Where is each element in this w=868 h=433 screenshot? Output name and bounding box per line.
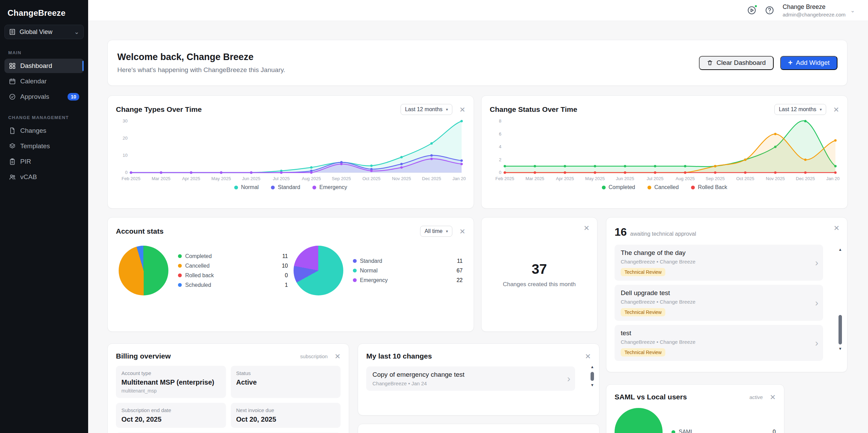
- sidebar-item-calendar[interactable]: Calendar: [4, 74, 84, 89]
- clear-dashboard-button[interactable]: Clear Dashboard: [699, 56, 774, 70]
- legend-value: 0: [773, 429, 776, 433]
- range-select-value: All time: [425, 228, 442, 234]
- scroll-down-icon[interactable]: ▼: [839, 347, 842, 351]
- billing-field: Status Active: [231, 366, 341, 398]
- scrollbar[interactable]: ▲ ▼: [837, 248, 843, 351]
- legend-label: Cancelled: [654, 184, 679, 190]
- list-item[interactable]: Dell upgrade test ChangeBreeze • Change …: [615, 285, 823, 321]
- scroll-down-icon[interactable]: ▼: [591, 383, 594, 387]
- legend-label: Cancelled: [185, 263, 210, 269]
- svg-text:Mar 2025: Mar 2025: [525, 176, 544, 181]
- svg-text:Oct 2025: Oct 2025: [736, 176, 754, 181]
- sidebar-item-pir[interactable]: PIR: [4, 154, 84, 169]
- billing-field: Subscription end date Oct 20, 2025: [116, 403, 226, 428]
- change-subtitle: ChangeBreeze • Change Breeze: [621, 299, 809, 305]
- type-pie-chart: [294, 246, 343, 295]
- clipboard-icon: [9, 158, 16, 165]
- close-widget-icon[interactable]: ✕: [585, 353, 591, 360]
- legend-label: SAML: [679, 429, 694, 433]
- range-select[interactable]: All time ▾: [420, 226, 452, 237]
- scrollbar-thumb[interactable]: [591, 372, 594, 381]
- awaiting-count: 16: [615, 226, 627, 238]
- legend-value: 10: [282, 263, 288, 269]
- close-widget-icon[interactable]: ✕: [334, 353, 341, 360]
- field-value: Multitenant MSP (enterprise): [121, 378, 221, 386]
- svg-text:Dec 2025: Dec 2025: [796, 176, 815, 181]
- scroll-up-icon[interactable]: ▲: [839, 248, 842, 251]
- whats-new-button[interactable]: [747, 5, 757, 15]
- svg-text:30: 30: [123, 118, 128, 124]
- user-email: admin@changebreeze.com: [783, 12, 846, 17]
- list-item[interactable]: test ChangeBreeze • Change Breeze Techni…: [615, 325, 823, 361]
- legend-value: 0: [285, 272, 288, 279]
- close-widget-icon[interactable]: ✕: [459, 228, 465, 235]
- clear-dashboard-label: Clear Dashboard: [716, 59, 766, 67]
- list-item[interactable]: Copy of emergency change test ChangeBree…: [366, 366, 575, 391]
- legend-item: Rolled back0: [178, 271, 288, 280]
- saml-pie-chart: [615, 408, 663, 433]
- legend-item: Standard: [271, 184, 300, 190]
- legend-dot: [234, 186, 238, 189]
- change-types-chart: 0102030Feb 2025Mar 2025Apr 2025May 2025J…: [116, 118, 465, 183]
- scrollbar-thumb[interactable]: [839, 315, 842, 344]
- field-value: Oct 20, 2025: [121, 416, 221, 423]
- legend-dot: [178, 264, 182, 268]
- workspace-label: Global View: [20, 28, 52, 36]
- legend-value: 22: [456, 277, 463, 283]
- svg-text:6: 6: [499, 131, 501, 137]
- legend-label: Standard: [360, 258, 382, 264]
- sidebar: ChangeBreeze Global View ⌄ MAIN Dashboar…: [0, 0, 88, 433]
- close-widget-icon[interactable]: ✕: [583, 224, 590, 232]
- sidebar-item-label: vCAB: [20, 173, 37, 181]
- svg-text:2: 2: [499, 157, 501, 162]
- widget-partial: 1: [358, 424, 599, 433]
- month-count-value: 37: [532, 261, 547, 277]
- list-item[interactable]: The change of the day ChangeBreeze • Cha…: [615, 245, 823, 281]
- legend-item: SAML 0: [671, 429, 776, 433]
- legend-label: Emergency: [360, 277, 388, 283]
- type-distribution: Standard11 Normal67 Emergency22: [291, 246, 466, 295]
- range-select[interactable]: Last 12 months ▾: [774, 104, 826, 115]
- legend-label: Completed: [609, 184, 635, 190]
- svg-text:Aug 2025: Aug 2025: [676, 176, 695, 181]
- approvals-count-badge: 10: [68, 93, 79, 101]
- widget-last-changes: My last 10 changes ✕ Copy of emergency c…: [358, 343, 599, 416]
- change-title: The change of the day: [621, 249, 809, 257]
- users-icon: [9, 174, 16, 180]
- legend-label: Scheduled: [185, 282, 211, 288]
- close-widget-icon[interactable]: ✕: [459, 106, 465, 113]
- legend-item: Rolled Back: [691, 184, 727, 190]
- legend-dot: [602, 186, 606, 189]
- widget-saml-users: SAML vs Local users active ✕ SAML 0: [606, 384, 784, 433]
- sidebar-item-changes[interactable]: Changes: [4, 124, 84, 138]
- sidebar-item-approvals[interactable]: Approvals 10: [4, 90, 84, 104]
- svg-text:10: 10: [123, 153, 128, 158]
- help-button[interactable]: [765, 5, 774, 15]
- legend-label: Normal: [241, 184, 259, 190]
- range-select[interactable]: Last 12 months ▾: [401, 104, 452, 115]
- legend-value: 11: [457, 258, 463, 264]
- close-widget-icon[interactable]: ✕: [833, 224, 840, 232]
- sidebar-item-templates[interactable]: Templates: [4, 139, 84, 153]
- add-widget-button[interactable]: + Add Widget: [780, 56, 837, 70]
- svg-text:0: 0: [499, 170, 501, 175]
- widget-change-types: Change Types Over Time Last 12 months ▾ …: [107, 95, 474, 209]
- field-label: Account type: [121, 370, 221, 376]
- change-title: Copy of emergency change test: [372, 371, 561, 378]
- chevron-down-icon: ▾: [820, 107, 822, 112]
- close-widget-icon[interactable]: ✕: [770, 394, 776, 401]
- check-circle-icon: [9, 93, 16, 100]
- widget-title: Change Status Over Time: [490, 105, 577, 114]
- user-menu[interactable]: Change Breeze admin@changebreeze.com ⌄: [783, 3, 855, 17]
- welcome-banner: Welcome back, Change Breeze Here's what'…: [107, 40, 847, 86]
- scrollbar[interactable]: ▲ ▼: [590, 365, 595, 387]
- widget-title: Change Types Over Time: [116, 105, 202, 114]
- legend-label: Completed: [185, 253, 212, 259]
- close-widget-icon[interactable]: ✕: [833, 106, 839, 113]
- sidebar-item-vcab[interactable]: vCAB: [4, 170, 84, 184]
- sidebar-item-dashboard[interactable]: Dashboard: [4, 59, 84, 73]
- workspace-switcher[interactable]: Global View ⌄: [4, 25, 84, 39]
- status-legend: Completed11 Cancelled10 Rolled back0 Sch…: [178, 251, 288, 290]
- legend-item: Standard11: [353, 256, 463, 266]
- scroll-up-icon[interactable]: ▲: [591, 365, 594, 369]
